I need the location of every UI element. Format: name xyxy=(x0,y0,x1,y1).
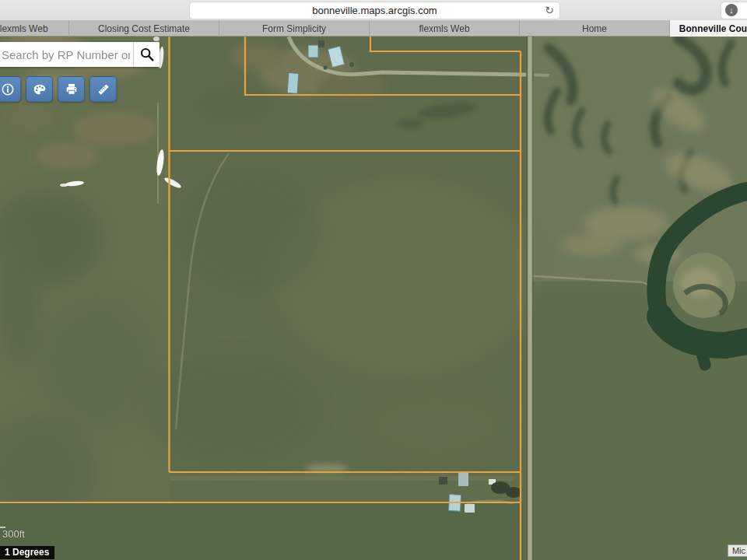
coordinate-readout: 1 Degrees xyxy=(0,546,54,559)
bookmark-tab-home[interactable]: Home xyxy=(520,20,670,37)
palette-icon xyxy=(32,82,47,97)
bookmark-tab-flexmls-web-1[interactable]: flexmls Web xyxy=(0,20,69,37)
basemap-palette-button[interactable] xyxy=(26,76,53,102)
scale-label: 300ft xyxy=(2,528,25,540)
printer-icon xyxy=(64,82,79,97)
aerial-basemap xyxy=(0,37,747,560)
print-button[interactable] xyxy=(58,76,85,102)
search-button[interactable] xyxy=(133,42,160,67)
bookmark-tab-bonneville-county[interactable]: Bonneville County xyxy=(670,20,747,37)
info-button[interactable] xyxy=(0,76,21,102)
downloads-pill[interactable]: ↓ xyxy=(721,2,747,19)
search-icon xyxy=(139,46,156,63)
ruler-icon xyxy=(96,82,111,97)
url-field[interactable]: bonneville.maps.arcgis.com ↻ xyxy=(189,2,560,19)
map-attribution: Mic xyxy=(728,544,747,557)
bookmarks-bar: flexmls Web Closing Cost Estimate Form S… xyxy=(0,20,747,37)
bookmark-tab-closing-cost-estimate[interactable]: Closing Cost Estimate xyxy=(69,20,219,37)
map-canvas[interactable] xyxy=(0,37,747,560)
measure-button[interactable] xyxy=(89,76,117,102)
bookmark-tab-form-simplicity[interactable]: Form Simplicity xyxy=(219,20,370,37)
download-icon[interactable]: ↓ xyxy=(725,4,738,16)
map-toolbar xyxy=(0,76,156,102)
search-input[interactable] xyxy=(0,42,133,67)
bookmark-tab-flexmls-web-2[interactable]: flexmls Web xyxy=(370,20,520,37)
info-icon xyxy=(0,82,16,97)
browser-toolbar: bonneville.maps.arcgis.com ↻ ↓ xyxy=(0,0,747,21)
reload-icon[interactable]: ↻ xyxy=(545,2,554,19)
url-text: bonneville.maps.arcgis.com xyxy=(312,5,437,16)
parcel-search-box xyxy=(0,42,160,67)
